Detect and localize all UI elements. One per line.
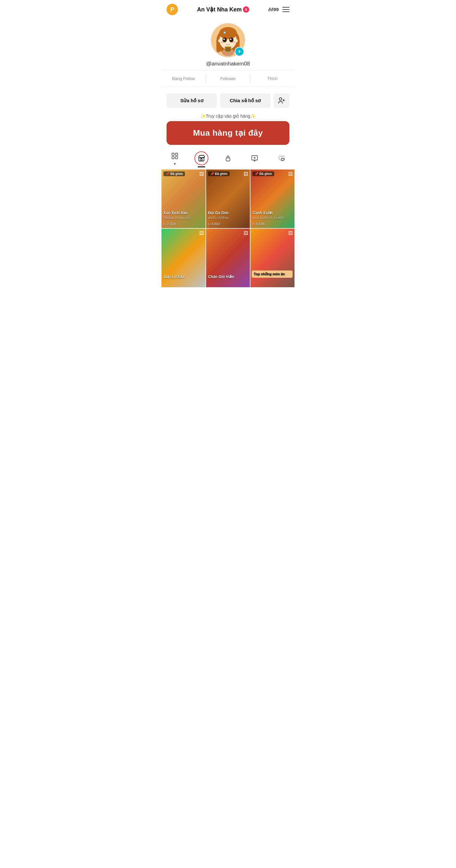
svg-point-13: [232, 41, 235, 43]
shop-cta-button[interactable]: Mua hàng tại đây: [167, 121, 289, 145]
svg-point-14: [218, 39, 221, 42]
svg-rect-17: [225, 47, 231, 51]
photo-icon-4: 🖼: [199, 230, 204, 236]
svg-point-12: [221, 41, 224, 43]
following-label: Đang Follow: [172, 76, 195, 81]
video-views-3: ▷ 5.636: [252, 222, 265, 226]
video-title-5: Chân Giò Hầm: [208, 275, 248, 280]
shop-icon: [198, 155, 205, 163]
lock-icon: [225, 155, 231, 163]
add-friend-button[interactable]: [274, 93, 289, 108]
video-card-3[interactable]: 📌 Đã ghim 🖼 Canh Sườn Ngô Ngọt và Cà Rốt…: [251, 169, 294, 228]
avatar-wrapper: +: [210, 23, 246, 58]
svg-rect-18: [225, 46, 231, 48]
channel-name: An Vật Nha Kem: [197, 6, 241, 13]
svg-point-11: [230, 39, 231, 40]
photo-icon-1: 🖼: [199, 172, 204, 177]
liked-icon: [278, 155, 285, 163]
svg-point-8: [223, 37, 227, 42]
video-title-2: Đùi Gà Dim Nước Tương: [208, 211, 248, 220]
video-card-2[interactable]: 📌 Đã ghim 🖼 Đùi Gà Dim Nước Tương ▷ 4.80…: [206, 169, 250, 228]
svg-rect-22: [172, 153, 174, 155]
tab-shared[interactable]: [241, 152, 268, 167]
svg-rect-23: [175, 153, 178, 155]
play-icon-2: ▷: [208, 222, 210, 226]
stat-followers[interactable]: Follower: [205, 74, 250, 82]
video-card-5[interactable]: 🖼 Chân Giò Hầm: [206, 229, 250, 287]
video-card-6[interactable]: 🖼 Top những món ăn: [251, 229, 294, 287]
video-title-3: Canh Sườn Ngô Ngọt và Cà Rốt: [252, 211, 293, 220]
likes-label: Thích: [267, 76, 278, 81]
video-card-4[interactable]: 🖼 Súp Lơ Xào: [162, 229, 205, 287]
header: P An Vật Nha Kem 8 𝛿𝛿99: [162, 0, 294, 18]
svg-point-5: [219, 27, 237, 39]
tab-grid[interactable]: ▼: [162, 150, 188, 169]
menu-button[interactable]: [282, 7, 289, 12]
play-icon-3: ▷: [252, 222, 255, 226]
svg-point-19: [279, 98, 282, 100]
header-title-group: An Vật Nha Kem 8: [197, 6, 249, 13]
banner-text: ✨Truy cập vào giỏ hàng✨: [167, 114, 289, 119]
tab-liked[interactable]: [268, 152, 294, 167]
video-views-1: ▷ 2.324: [163, 222, 176, 226]
play-icon-1: ▷: [163, 222, 166, 226]
logo-avatar[interactable]: P: [167, 4, 178, 15]
stat-following[interactable]: Đang Follow: [162, 74, 205, 82]
photo-icon-5: 🖼: [244, 230, 248, 236]
video-views-2: ▷ 4.802: [208, 222, 220, 226]
add-friend-icon: [278, 97, 285, 104]
banner-section: ✨Truy cập vào giỏ hàng✨ Mua hàng tại đây: [162, 112, 294, 147]
tab-bar: ▼: [162, 147, 294, 169]
svg-rect-26: [226, 158, 230, 161]
svg-point-7: [224, 32, 225, 33]
svg-point-9: [229, 37, 233, 42]
pin-icon-3: 📌: [255, 172, 258, 176]
tab-shop[interactable]: [188, 152, 215, 167]
video-title-1: Xúc Xích Xào Trứng và Rau Củ: [163, 211, 204, 220]
share-profile-button[interactable]: Chia sẻ hồ sơ: [220, 93, 270, 108]
pinned-badge-3: 📌 Đã ghim: [252, 172, 274, 176]
video-title-6: Top những món ăn: [252, 271, 293, 277]
notification-badge: 8: [243, 6, 249, 13]
pinned-badge-2: 📌 Đã ghim: [208, 172, 230, 176]
edit-profile-button[interactable]: Sửa hồ sơ: [167, 93, 217, 108]
action-buttons: Sửa hồ sơ Chia sẻ hồ sơ: [162, 89, 294, 112]
svg-point-15: [235, 39, 238, 42]
header-right: 𝛿𝛿99: [268, 7, 289, 12]
coins-display: 𝛿𝛿99: [268, 7, 279, 12]
shared-icon: [251, 155, 258, 163]
video-title-4: Súp Lơ Xào: [163, 275, 204, 280]
pin-icon-2: 📌: [210, 172, 214, 176]
tab-private[interactable]: [215, 152, 241, 167]
stat-likes[interactable]: Thích: [250, 74, 294, 82]
video-grid: 📌 Đã ghim 🖼 Xúc Xích Xào Trứng và Rau Củ…: [162, 169, 294, 287]
profile-section: + @anvatnhakem08 Đang Follow Follower Th…: [162, 18, 294, 89]
video-card-1[interactable]: 📌 Đã ghim 🖼 Xúc Xích Xào Trứng và Rau Củ…: [162, 169, 205, 228]
grid-icon: [171, 152, 178, 161]
svg-rect-24: [172, 157, 174, 159]
photo-icon-3: 🖼: [288, 172, 293, 177]
pin-icon-1: 📌: [166, 172, 169, 176]
photo-icon-2: 🖼: [244, 172, 248, 177]
username: @anvatnhakem08: [206, 61, 250, 67]
stats-row: Đang Follow Follower Thích: [162, 70, 294, 86]
grid-dropdown-arrow: ▼: [173, 162, 177, 166]
followers-label: Follower: [220, 76, 236, 81]
photo-icon-6: 🖼: [288, 230, 293, 236]
follow-plus-button[interactable]: +: [235, 47, 244, 56]
pinned-badge-1: 📌 Đã ghim: [163, 172, 185, 176]
svg-rect-25: [175, 157, 178, 159]
svg-point-10: [223, 39, 225, 40]
